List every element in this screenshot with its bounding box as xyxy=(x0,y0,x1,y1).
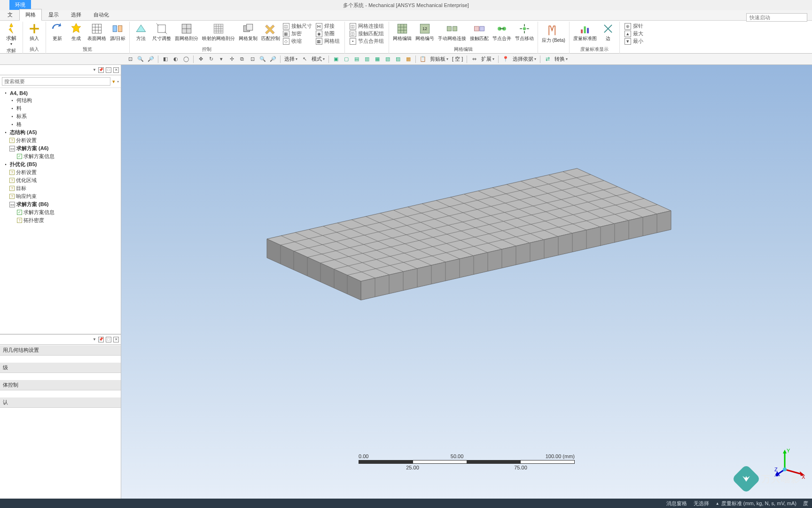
details-section[interactable]: 认 xyxy=(0,397,121,408)
tree-node[interactable]: ▭求解方案 (B6) xyxy=(1,200,120,208)
tab-automation[interactable]: 自动化 xyxy=(88,9,115,20)
coord-select-icon[interactable]: ▨ xyxy=(394,55,402,64)
tree-node[interactable]: •A4, B4) xyxy=(1,90,120,96)
extend-label[interactable]: 扩展▾ xyxy=(480,56,495,63)
edges-button[interactable]: 边 xyxy=(600,22,617,42)
outline-close-icon[interactable]: ✕ xyxy=(113,67,119,73)
washer-button[interactable]: ◉垫圈 xyxy=(316,30,340,37)
clipboard-label[interactable]: 剪贴板▾ xyxy=(429,56,449,63)
tree-node[interactable]: ✓求解方案信息 xyxy=(1,152,120,160)
vertex-select-icon[interactable]: ▣ xyxy=(332,55,340,64)
solve-button[interactable]: 求解▾ xyxy=(3,22,20,48)
tree-node[interactable]: ?拓扑密度 xyxy=(1,216,120,224)
sizing-button[interactable]: 尺寸调整 xyxy=(151,22,172,42)
zoom-next-icon[interactable]: 🔎 xyxy=(269,55,277,64)
details-pin-icon[interactable]: 📌 xyxy=(98,337,104,342)
contact-sizing-button[interactable]: ◫接触尺寸 xyxy=(283,23,312,30)
zoom-prev-icon[interactable]: 🔍 xyxy=(258,55,267,64)
select-by-icon[interactable]: 📍 xyxy=(501,55,510,64)
outline-tree[interactable]: •A4, B4)•何结构•料•标系•格•态结构 (A5)?分析设置▭求解方案 (… xyxy=(0,88,121,334)
rotate-dd-icon[interactable]: ▾ xyxy=(217,55,226,64)
max-button[interactable]: ▲最大 xyxy=(625,30,643,37)
node-merge-button[interactable]: 节点合并 xyxy=(492,22,512,42)
source-target-button[interactable]: 源/目标 xyxy=(109,22,126,42)
status-messages[interactable]: 消息窗格 xyxy=(666,500,687,507)
surface-mesh-button[interactable]: 表面网格 xyxy=(86,22,107,42)
mesh-copy-button[interactable]: 网格复制 xyxy=(238,22,258,42)
contact-match-group-button[interactable]: ◫接触匹配组 xyxy=(350,30,384,37)
weld-button[interactable]: ⋈焊接 xyxy=(316,23,340,30)
body-select-icon[interactable]: ▥ xyxy=(363,55,371,64)
tree-node[interactable]: ?优化区域 xyxy=(1,176,120,184)
extend-icon[interactable]: ⇔ xyxy=(470,55,478,64)
pan-icon[interactable]: ✥ xyxy=(196,55,205,64)
details-section[interactable]: 用几何结构设置 xyxy=(0,345,121,356)
mode-label[interactable]: 模式▾ xyxy=(311,56,326,63)
face-select-icon[interactable]: ▤ xyxy=(352,55,361,64)
contact-match-button[interactable]: 接触匹配 xyxy=(469,22,490,42)
zoom-fit-icon[interactable]: ⊡ xyxy=(248,55,257,64)
outline-search-input[interactable] xyxy=(2,77,110,86)
node-merge-group-button[interactable]: •节点合并组 xyxy=(350,38,384,45)
wire-icon[interactable]: ◯ xyxy=(182,55,190,64)
mesh-edit-button[interactable]: 网格编辑 xyxy=(392,22,413,42)
refinement-button[interactable]: ▦加密 xyxy=(283,30,312,37)
context-tab[interactable]: 环境 xyxy=(9,0,31,10)
node-select-icon[interactable]: ▦ xyxy=(373,55,382,64)
clipboard-icon[interactable]: 📋 xyxy=(419,55,427,64)
select-by-label[interactable]: 选择依据▾ xyxy=(512,56,537,63)
tab-select[interactable]: 选择 xyxy=(65,9,87,20)
tree-node[interactable]: ?目标 xyxy=(1,184,120,192)
fit-icon[interactable]: ⊡ xyxy=(126,55,134,64)
rotate-icon[interactable]: ↻ xyxy=(207,55,215,64)
details-section[interactable]: 级 xyxy=(0,362,121,373)
tree-node[interactable]: ?响应约束 xyxy=(1,192,120,200)
update-button[interactable]: 更新 xyxy=(49,22,66,42)
outline-search-clear-icon[interactable]: • xyxy=(117,79,119,84)
stress-beta-button[interactable]: 应力 (Beta) xyxy=(541,24,566,44)
elem-select-icon[interactable]: ▧ xyxy=(383,55,392,64)
mapped-meshing-button[interactable]: 映射的网格剖分 xyxy=(201,22,236,42)
face-meshing-button[interactable]: 面网格剖分 xyxy=(174,22,199,42)
graphics-viewport[interactable]: 0.0050.00100.00 (mm) 25.0075.00 Y X Z 万兴… xyxy=(121,65,812,499)
tree-node[interactable]: ✓求解方案信息 xyxy=(1,208,120,216)
shade-icon[interactable]: ◐ xyxy=(172,55,180,64)
tab-file[interactable]: 文 xyxy=(2,9,18,20)
iso-icon[interactable]: ◧ xyxy=(161,55,170,64)
mesh-numbering-button[interactable]: 12网格编号 xyxy=(414,22,435,42)
pinch-button[interactable]: ◇收缩 xyxy=(283,38,312,45)
tree-node[interactable]: •标系 xyxy=(1,112,120,120)
outline-search-dd-icon[interactable]: ▾ xyxy=(112,79,115,85)
min-button[interactable]: ▼最小 xyxy=(625,38,643,45)
edge-select-icon[interactable]: ▢ xyxy=(342,55,351,64)
zoom-out-icon[interactable]: 🔎 xyxy=(147,55,155,64)
convert-icon[interactable]: ⇄ xyxy=(543,55,552,64)
cursor-icon[interactable]: ↖ xyxy=(300,55,309,64)
tree-node[interactable]: ▭求解方案 (A6) xyxy=(1,144,120,152)
outline-dd-icon[interactable]: ▼ xyxy=(93,68,96,72)
details-close-icon[interactable]: ✕ xyxy=(113,337,119,342)
manual-mesh-connect-button[interactable]: 手动网格连接 xyxy=(437,22,467,42)
zoom-box-icon[interactable]: ⧉ xyxy=(238,55,246,64)
pan2-icon[interactable]: ✢ xyxy=(227,55,236,64)
match-control-button[interactable]: 匹配控制 xyxy=(260,22,281,42)
quick-launch-input[interactable] xyxy=(746,13,807,22)
select-label[interactable]: 选择▾ xyxy=(283,56,298,63)
tree-node[interactable]: •扑优化 (B5) xyxy=(1,160,120,168)
mesh-group-button[interactable]: ▦网格组 xyxy=(316,38,340,45)
probe-button[interactable]: ⊕探针 xyxy=(625,23,643,30)
tree-node[interactable]: •何结构 xyxy=(1,96,120,104)
tree-node[interactable]: •态结构 (A5) xyxy=(1,128,120,136)
tab-mesh[interactable]: 网格 xyxy=(19,9,42,21)
tab-display[interactable]: 显示 xyxy=(43,9,64,20)
outline-pin-icon[interactable]: 📌 xyxy=(98,67,104,73)
details-dd-icon[interactable]: ▼ xyxy=(93,337,96,341)
node-move-button[interactable]: 节点移动 xyxy=(514,22,535,42)
status-units[interactable]: ▲度量标准 (mm, kg, N, s, mV, mA) xyxy=(716,500,796,507)
tree-node[interactable]: •料 xyxy=(1,104,120,112)
outline-restore-icon[interactable]: □ xyxy=(106,67,111,73)
details-section[interactable]: 体控制 xyxy=(0,380,121,390)
insert-button[interactable]: 插入 xyxy=(26,22,43,42)
empty-label[interactable]: [ 空 ] xyxy=(451,56,464,63)
metric-graph-button[interactable]: 度量标准图 xyxy=(572,22,598,42)
